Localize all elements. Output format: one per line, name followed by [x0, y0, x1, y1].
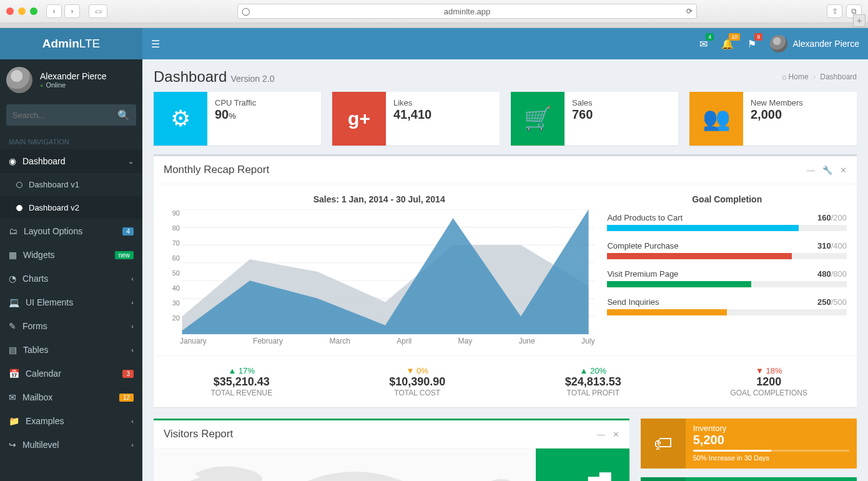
bar-chart-icon: ▁▃▂▅▇ — [555, 470, 611, 482]
close-button[interactable]: ✕ — [613, 430, 619, 439]
messages-menu[interactable]: ✉4 — [699, 38, 708, 50]
nav-calendar[interactable]: 📅 Calendar 3 — [0, 362, 142, 385]
main-area: ☰ ✉4 🔔10 ⚑9 Alexander Pierce DashboardVe… — [142, 28, 868, 481]
nav-dashboard[interactable]: ◉ Dashboard ⌄ — [0, 149, 142, 173]
google-plus-icon: g+ — [332, 92, 386, 146]
world-map[interactable] — [154, 449, 536, 481]
card-monthly-recap: Monthly Recap Report — 🔧 ✕ Sales: 1 Jan,… — [154, 154, 857, 407]
circle-filled-icon — [16, 205, 22, 211]
reload-icon[interactable]: ⟳ — [686, 7, 693, 16]
new-tab-button[interactable]: + — [853, 14, 866, 27]
card-visitors: Visitors Report — ✕ — [154, 419, 629, 481]
share-button[interactable]: ⇪ — [827, 4, 842, 18]
nav-examples[interactable]: 📁 Examples ‹ — [0, 409, 142, 433]
circle-icon — [16, 182, 22, 188]
menu-toggle[interactable]: ☰ — [151, 38, 160, 50]
goal-item: Complete Purchase310/400 — [607, 241, 847, 259]
close-button[interactable]: ✕ — [840, 166, 847, 175]
minimize-window[interactable] — [18, 7, 26, 15]
avatar — [6, 67, 32, 93]
infobox-sales: 🛒 Sales 760 — [511, 92, 678, 146]
footer-stat: ▼ 18% 1200 GOAL COMPLETIONS — [681, 356, 857, 407]
nav-forms[interactable]: ✎ Forms ‹ — [0, 314, 142, 338]
infobox-cpu: ⚙ CPU Traffic 90% — [154, 92, 321, 146]
address-bar[interactable]: ◯ adminlte.app ⟳ — [237, 4, 697, 19]
page-title: DashboardVersion 2.0 — [154, 68, 274, 86]
card-title: Monthly Recap Report — [164, 164, 269, 176]
badge: 4 — [122, 227, 134, 236]
settings-button[interactable]: 🔧 — [822, 166, 832, 175]
browser-toolbar: ‹ › ▭ ◯ adminlte.app ⟳ ⇪ ⧉ — [0, 0, 868, 23]
sales-chart: Sales: 1 Jan, 2014 - 30 Jul, 2014 908070… — [164, 194, 594, 345]
infobox-members: 👥 New Members 2,000 — [689, 92, 857, 146]
tab-strip: + — [0, 23, 868, 28]
kpi-inventory: 🏷 Inventory 5,200 50% Increase in 30 Day… — [641, 419, 857, 469]
tag-icon: 🏷 — [641, 419, 686, 469]
brand-logo[interactable]: AdminLTE — [0, 28, 142, 59]
nav-dashboard-v1[interactable]: Dashboard v1 — [0, 173, 142, 196]
collapse-button[interactable]: — — [807, 166, 815, 175]
sidebar: AdminLTE Alexander Pierce Online 🔍 MAIN … — [0, 28, 142, 481]
content-header: DashboardVersion 2.0 ⌂ Home › Dashboard — [142, 59, 868, 92]
folder-icon: 📁 — [9, 416, 19, 426]
nav-tables[interactable]: ▤ Tables ‹ — [0, 338, 142, 362]
chevron-left-icon: ‹ — [131, 441, 134, 449]
dashboard-icon: ◉ — [9, 156, 16, 166]
user-menu[interactable]: Alexander Pierce — [770, 35, 859, 52]
users-icon: 👥 — [689, 92, 743, 146]
close-window[interactable] — [6, 7, 14, 15]
goal-item: Send Inquiries250/500 — [607, 297, 847, 315]
grid-icon: ▦ — [9, 250, 17, 260]
nav-charts[interactable]: ◔ Charts ‹ — [0, 267, 142, 290]
zoom-window[interactable] — [30, 7, 37, 15]
site-settings-icon: ◯ — [242, 7, 250, 16]
back-button[interactable]: ‹ — [46, 4, 62, 18]
chevron-left-icon: ‹ — [131, 299, 134, 306]
goal-completion: Goal Completion Add Products to Cart160/… — [607, 194, 847, 345]
user-panel: Alexander Pierce Online — [0, 59, 142, 101]
footer-stat: ▲ 17% $35,210.43 TOTAL REVENUE — [154, 356, 330, 407]
nav-layout[interactable]: 🗂 Layout Options 4 — [0, 219, 142, 243]
nav-dashboard-v2[interactable]: Dashboard v2 — [0, 196, 142, 219]
sidebar-toggle[interactable]: ▭ — [89, 4, 107, 18]
nav-header: MAIN NAVIGATION — [0, 132, 142, 149]
sidebar-search[interactable]: 🔍 — [6, 104, 136, 126]
forward-button[interactable]: › — [64, 4, 80, 18]
nav-widgets[interactable]: ▦ Widgets new — [0, 243, 142, 267]
gear-icon: ⚙ — [154, 92, 207, 146]
home-icon: ⌂ — [782, 72, 786, 81]
window-controls — [6, 7, 37, 15]
user-name: Alexander Pierce — [40, 71, 107, 81]
nav-multilevel[interactable]: ↪ Multilevel ‹ — [0, 433, 142, 457]
chevron-down-icon: ⌄ — [128, 157, 134, 166]
laptop-icon: 💻 — [9, 297, 19, 307]
chevron-left-icon: ‹ — [131, 346, 134, 354]
search-input[interactable] — [12, 111, 117, 120]
cart-icon: 🛒 — [511, 92, 565, 146]
badge: 3 — [122, 370, 134, 378]
piechart-icon: ◔ — [9, 274, 16, 284]
share-icon: ↪ — [9, 440, 16, 450]
mail-icon: ✉ — [9, 392, 16, 402]
nav-ui[interactable]: 💻 UI Elements ‹ — [0, 290, 142, 314]
nav-mailbox[interactable]: ✉ Mailbox 12 — [0, 385, 142, 409]
badge: 12 — [119, 394, 134, 402]
notifications-menu[interactable]: 🔔10 — [721, 38, 734, 50]
footer-stat: ▼ 0% $10,390.90 TOTAL COST — [330, 356, 506, 407]
files-icon: 🗂 — [9, 226, 17, 236]
top-navbar: ☰ ✉4 🔔10 ⚑9 Alexander Pierce — [142, 28, 868, 59]
tasks-menu[interactable]: ⚑9 — [747, 38, 756, 50]
info-box-row: ⚙ CPU Traffic 90% g+ Likes 41,410 🛒 — [154, 92, 857, 146]
card-title: Visitors Report — [164, 428, 233, 440]
content: ⚙ CPU Traffic 90% g+ Likes 41,410 🛒 — [142, 92, 868, 481]
badge-new: new — [115, 251, 134, 259]
search-icon[interactable]: 🔍 — [117, 109, 130, 121]
infobox-likes: g+ Likes 41,410 — [332, 92, 500, 146]
kpi-mentions: ♡ Mentions — [641, 477, 857, 481]
recap-footer: ▲ 17% $35,210.43 TOTAL REVENUE ▼ 0% $10,… — [154, 355, 857, 407]
chevron-left-icon: ‹ — [131, 417, 134, 425]
goal-item: Visit Premium Page480/800 — [607, 269, 847, 287]
user-status: Online — [40, 81, 107, 89]
avatar — [770, 35, 787, 52]
collapse-button[interactable]: — — [597, 430, 605, 439]
